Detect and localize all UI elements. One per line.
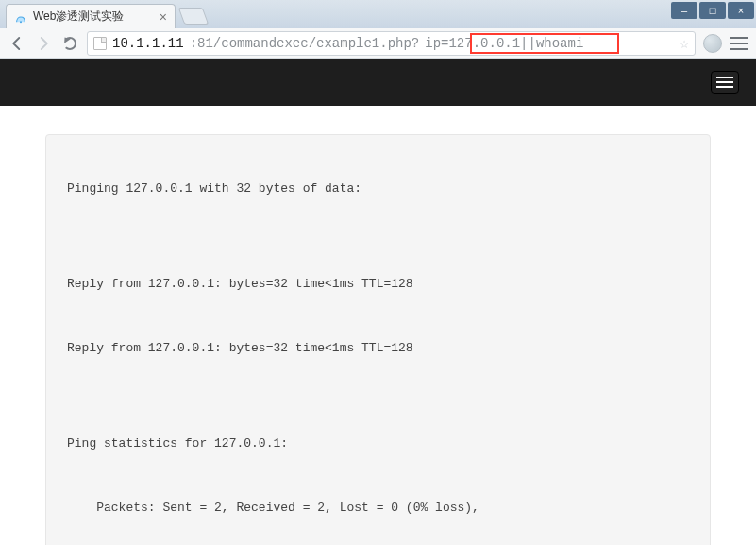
command-output: Pinging 127.0.0.1 with 32 bytes of data:… xyxy=(67,173,689,545)
window-close-button[interactable]: × xyxy=(728,2,754,19)
reload-button[interactable] xyxy=(60,34,79,53)
tab-favicon xyxy=(14,10,27,24)
back-button[interactable] xyxy=(8,34,26,53)
window-buttons: – □ × xyxy=(669,0,756,21)
tab-close-icon[interactable]: × xyxy=(160,10,167,24)
output-panel: Pinging 127.0.0.1 with 32 bytes of data:… xyxy=(45,134,711,545)
reload-icon xyxy=(63,37,76,50)
site-menu-button[interactable] xyxy=(711,71,739,94)
new-tab-button[interactable] xyxy=(178,8,210,25)
tab-title: Web渗透测试实验 xyxy=(33,9,154,25)
url-query: ip=127.0.0.1||whoami xyxy=(425,36,583,51)
forward-button[interactable] xyxy=(34,34,53,53)
browser-toolbar: 10.1.1.11:81/commandexec/example1.php?ip… xyxy=(0,28,756,59)
page-icon xyxy=(93,37,107,50)
window-minimize-button[interactable]: – xyxy=(671,2,697,19)
url-path: :81/commandexec/example1.php? xyxy=(190,36,420,51)
browser-tabstrip: Web渗透测试实验 × – □ × xyxy=(0,0,756,28)
browser-tab-active[interactable]: Web渗透测试实验 × xyxy=(6,4,176,28)
address-bar[interactable]: 10.1.1.11:81/commandexec/example1.php?ip… xyxy=(87,31,696,56)
page-action-icon[interactable] xyxy=(703,34,722,53)
page-body: Pinging 127.0.0.1 with 32 bytes of data:… xyxy=(0,106,756,545)
page-viewport: Pinging 127.0.0.1 with 32 bytes of data:… xyxy=(0,59,756,545)
bookmark-star-icon[interactable]: ☆ xyxy=(680,34,689,53)
browser-menu-button[interactable] xyxy=(730,37,748,50)
url-host: 10.1.1.11 xyxy=(112,36,184,51)
window-maximize-button[interactable]: □ xyxy=(699,2,726,19)
svg-point-0 xyxy=(20,21,22,23)
site-header xyxy=(0,59,756,106)
